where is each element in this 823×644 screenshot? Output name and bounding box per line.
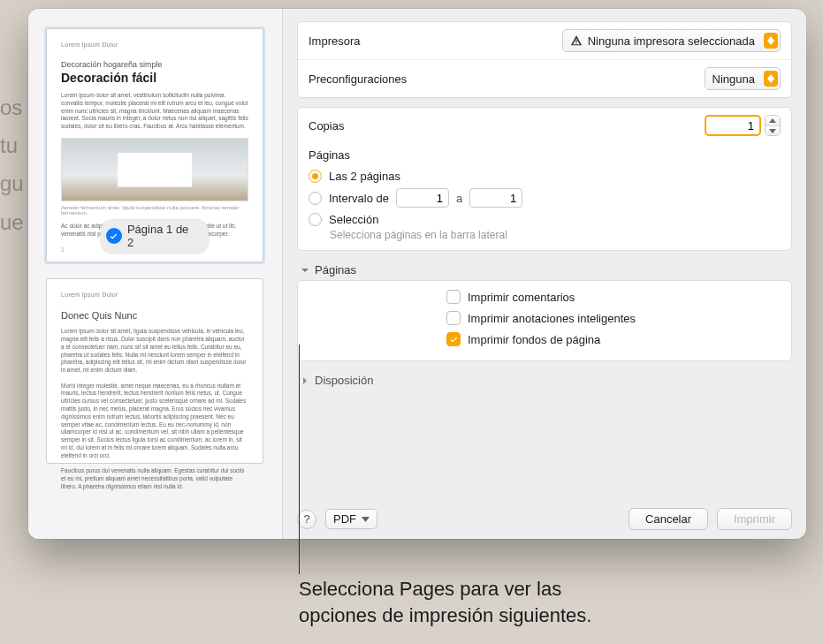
copies-row: Copias: [298, 108, 791, 143]
dialog-footer: ? PDF Cancelar Imprimir: [297, 503, 792, 530]
warning-icon: [570, 34, 583, 48]
page-thumbnail-1[interactable]: Lorem Ipsum Dolor Decoración hogareña si…: [46, 28, 263, 262]
radio-selection[interactable]: [309, 213, 322, 226]
radio-range[interactable]: [309, 192, 322, 205]
thumb-header: Lorem Ipsum Dolor: [61, 42, 248, 48]
pdf-menu[interactable]: PDF: [325, 509, 377, 529]
presets-value: Ninguna: [713, 72, 755, 86]
copies-stepper[interactable]: [765, 115, 781, 136]
pdf-label: PDF: [333, 512, 356, 526]
callout-text: Selecciona Pages para ver las opciones d…: [299, 576, 591, 628]
range-from-input[interactable]: [396, 188, 449, 208]
thumb-title: Decoración fácil: [61, 71, 248, 85]
layout-disclosure[interactable]: Disposición: [297, 370, 792, 390]
checkbox-print-backgrounds[interactable]: [446, 332, 461, 346]
printer-row: Impresora Ninguna impresora seleccionada: [298, 22, 791, 59]
print-annotations-label: Imprimir anotaciones inteligentes: [468, 312, 636, 325]
layout-section-title: Disposición: [315, 374, 373, 387]
background-text: ostuguue: [0, 88, 24, 241]
printer-presets-group: Impresora Ninguna impresora seleccionada…: [297, 21, 792, 98]
range-to-input[interactable]: [469, 188, 522, 208]
stepper-up[interactable]: [766, 116, 780, 125]
print-backgrounds-row[interactable]: Imprimir fondos de página: [446, 329, 600, 350]
thumb-body: Lorem ipsum dolor sit amet, vestibulum s…: [61, 92, 248, 131]
stepper-down[interactable]: [766, 125, 780, 135]
presets-label: Preconfiguraciones: [309, 72, 407, 86]
print-options-pane: Impresora Ninguna impresora seleccionada…: [283, 9, 806, 539]
page-thumbnail-2[interactable]: Lorem Ipsum Dolor Donec Quis Nunc Lorem …: [46, 278, 263, 464]
updown-icon: [764, 71, 778, 87]
pages-selection-row[interactable]: Selección: [298, 210, 791, 229]
copies-label: Copias: [309, 119, 344, 133]
help-button[interactable]: ?: [297, 510, 316, 529]
checkbox-print-annotations[interactable]: [446, 311, 461, 325]
print-comments-label: Imprimir comentarios: [468, 291, 575, 304]
printer-popup[interactable]: Ninguna impresora seleccionada: [562, 29, 781, 52]
pages-range-row[interactable]: Intervalo de a: [298, 186, 791, 210]
pages-all-label: Las 2 páginas: [329, 170, 400, 183]
print-dialog: Lorem Ipsum Dolor Decoración hogareña si…: [28, 9, 806, 539]
chevron-down-icon: [362, 517, 370, 522]
checkbox-print-comments[interactable]: [446, 290, 461, 304]
pages-selection-hint: Selecciona páginas en la barra lateral: [298, 229, 791, 250]
pages-label: Páginas: [298, 143, 791, 167]
presets-popup[interactable]: Ninguna: [705, 67, 781, 90]
printer-label: Impresora: [309, 34, 361, 48]
thumb2-title: Donec Quis Nunc: [61, 310, 248, 321]
thumb-caption: Aenean fermentum amet, ligula suspendiss…: [61, 205, 248, 216]
thumb2-body: Lorem ipsum dolor sit amet, ligula suspe…: [61, 328, 248, 490]
print-comments-row[interactable]: Imprimir comentarios: [446, 286, 575, 307]
updown-icon: [764, 33, 778, 49]
pages-options-group: Imprimir comentarios Imprimir anotacione…: [297, 280, 792, 361]
print-backgrounds-label: Imprimir fondos de página: [468, 333, 600, 346]
callout-line2: opciones de impresión siguientes.: [299, 604, 591, 626]
presets-row: Preconfiguraciones Ninguna: [298, 59, 791, 97]
preview-sidebar: Lorem Ipsum Dolor Decoración hogareña si…: [28, 9, 283, 539]
pages-section-title: Páginas: [315, 263, 356, 277]
copies-pages-group: Copias Páginas Las 2 páginas Intervalo d…: [297, 107, 792, 251]
thumb2-header: Lorem Ipsum Dolor: [61, 292, 248, 298]
page-indicator-badge: Página 1 de 2: [101, 219, 209, 253]
cancel-button[interactable]: Cancelar: [629, 508, 708, 530]
thumb-photo: [61, 138, 248, 201]
page-indicator-label: Página 1 de 2: [127, 223, 198, 249]
chevron-down-icon: [301, 266, 309, 275]
pages-range-label: Intervalo de: [329, 192, 389, 205]
radio-all-pages[interactable]: [309, 170, 322, 183]
callout-leader-line: [299, 345, 300, 574]
pages-all-row[interactable]: Las 2 páginas: [298, 167, 791, 186]
print-button[interactable]: Imprimir: [717, 508, 792, 530]
thumb-subtitle: Decoración hogareña simple: [61, 60, 248, 69]
printer-value: Ninguna impresora seleccionada: [588, 34, 755, 48]
chevron-right-icon: [301, 376, 309, 385]
check-icon: [106, 228, 122, 244]
pages-selection-label: Selección: [329, 213, 378, 226]
range-separator: a: [456, 192, 462, 205]
copies-input[interactable]: [705, 115, 761, 136]
callout-line1: Selecciona Pages para ver las: [299, 578, 561, 600]
pages-disclosure[interactable]: Páginas: [297, 260, 792, 280]
print-annotations-row[interactable]: Imprimir anotaciones inteligentes: [446, 307, 636, 329]
